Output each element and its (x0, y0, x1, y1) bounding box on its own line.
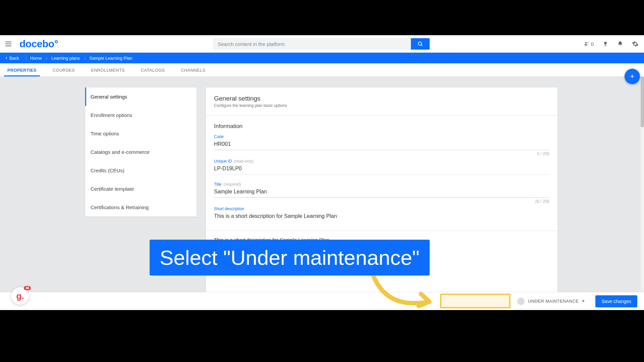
breadcrumb-bar: Back Home › Learning plans › Sample Lear… (0, 53, 644, 63)
save-changes-button[interactable]: Save changes (595, 295, 637, 307)
tab-channels[interactable]: CHANNELS (180, 64, 206, 76)
caret-down-icon (582, 300, 585, 302)
crumb-learning-plans[interactable]: Learning plans (49, 56, 82, 61)
section-information: Information Code HR001 5 / 255 Unique ID… (206, 116, 557, 227)
users-icon (584, 41, 590, 47)
add-fab[interactable]: + (625, 69, 640, 84)
tab-properties[interactable]: PROPERTIES (7, 64, 37, 76)
input-code[interactable]: HR001 (214, 139, 549, 150)
sidebar-item-credits-ceus[interactable]: Credits (CEUs) (85, 161, 197, 180)
search-input[interactable] (213, 38, 411, 50)
counter-code: 5 / 255 (214, 152, 549, 156)
label-unique-id: Unique ID (214, 159, 232, 164)
settings-sidebar: General settings Enrollment options Time… (85, 87, 197, 217)
counter-title: 20 / 255 (214, 199, 549, 204)
back-label: Back (9, 56, 19, 61)
panel-title: General settings (214, 95, 549, 102)
tab-catalogs[interactable]: CATALOGS (140, 64, 165, 76)
status-dot-icon (517, 298, 525, 305)
action-bar: UNDER MAINTENANCE Save changes (0, 292, 644, 310)
crumb-home[interactable]: Home (28, 56, 44, 61)
sidebar-item-general-settings[interactable]: General settings (85, 87, 197, 106)
chevron-right-icon: › (46, 56, 47, 61)
scrollbar-thumb[interactable] (641, 77, 644, 127)
value-unique-id: LP-D19LP0 (214, 164, 549, 175)
section-title-information: Information (214, 123, 549, 130)
sidebar-item-catalogs-ecommerce[interactable]: Catalogs and e-commerce (85, 143, 197, 161)
guidde-widget[interactable]: g. 46 (11, 287, 29, 305)
panel-subtitle: Configure the learning plan basic option… (214, 103, 549, 108)
tab-enrollments[interactable]: ENROLLMENTS (90, 64, 125, 76)
bell-icon[interactable] (617, 41, 623, 47)
svg-point-3 (587, 42, 588, 43)
menu-icon[interactable] (5, 40, 13, 48)
svg-point-2 (585, 42, 587, 44)
field-unique-id: Unique ID (read-only) LP-D19LP0 (214, 159, 549, 175)
chevron-right-icon: › (84, 56, 85, 61)
field-title: Title (required) Sample Learning Plan 20… (214, 182, 549, 204)
hint-unique-id: (read-only) (234, 159, 253, 164)
label-code: Code (214, 134, 224, 139)
panel-header: General settings Configure the learning … (206, 87, 557, 112)
plus-icon: + (630, 72, 635, 81)
label-title: Title (214, 182, 221, 187)
sidebar-item-certifications-retraining[interactable]: Certifications & Retraining (85, 198, 197, 217)
guidde-glyph: g. (16, 291, 24, 301)
svg-line-1 (421, 45, 422, 46)
input-title[interactable]: Sample Learning Plan (214, 187, 549, 198)
annotation-text: Select "Under maintenance" (160, 246, 420, 269)
sidebar-item-enrollment-options[interactable]: Enrollment options (85, 106, 197, 124)
tab-strip: PROPERTIES COURSES ENROLLMENTS CATALOGS … (0, 63, 644, 77)
crumb-current: Sample Learning Plan (88, 56, 135, 61)
save-label: Save changes (601, 299, 631, 304)
trophy-icon[interactable] (602, 41, 608, 47)
search-icon (417, 41, 423, 47)
sidebar-item-certificate-template[interactable]: Certificate template (85, 180, 197, 198)
search-wrap (213, 38, 430, 50)
gear-icon[interactable] (632, 41, 639, 47)
back-button[interactable]: Back (0, 56, 24, 61)
input-short-description[interactable]: This is a short description for Sample L… (214, 211, 549, 222)
app-viewport: docebo° 0 (0, 35, 644, 310)
brand-text: docebo (19, 38, 54, 49)
credits-indicator[interactable]: 0 (584, 41, 594, 47)
breadcrumb-divider (26, 55, 26, 61)
search-button[interactable] (411, 38, 430, 50)
status-dropdown[interactable]: UNDER MAINTENANCE (513, 294, 589, 308)
status-label: UNDER MAINTENANCE (528, 299, 579, 304)
hint-title: (required) (223, 182, 241, 187)
field-short-description: Short description This is a short descri… (214, 206, 549, 222)
guidde-badge: 46 (24, 286, 31, 290)
topbar-actions: 0 (584, 41, 639, 47)
label-short-description: Short description (214, 206, 244, 211)
annotation-callout: Select "Under maintenance" (150, 240, 430, 276)
chevron-left-icon (5, 56, 8, 60)
field-code: Code HR001 5 / 255 (214, 134, 549, 156)
brand-logo[interactable]: docebo° (19, 38, 58, 50)
sidebar-item-time-options[interactable]: Time options (85, 124, 197, 143)
svg-point-0 (418, 42, 422, 45)
tab-courses[interactable]: COURSES (52, 64, 75, 76)
top-header: docebo° 0 (0, 35, 644, 53)
credits-count: 0 (591, 41, 594, 47)
vertical-scrollbar[interactable] (641, 77, 644, 297)
